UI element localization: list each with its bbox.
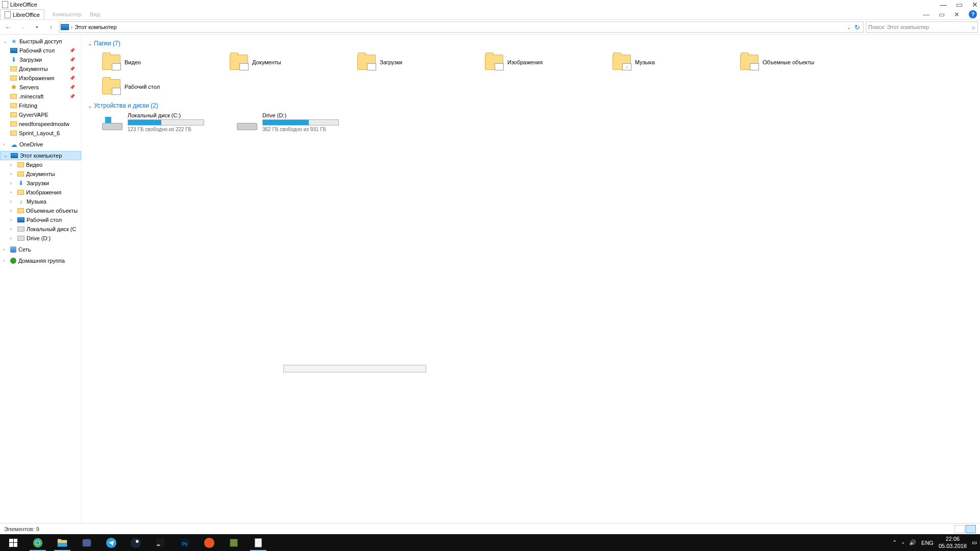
sidebar-onedrive[interactable]: ›☁OneDrive [0,140,81,149]
drives-section-header[interactable]: ⌄ Устройства и диски (2) [88,99,974,112]
explorer-window: LibreOffice Компьютер Вид — ▭ ✕ ? ← → ▾ … [0,9,980,534]
folder-pictures[interactable]: Изображения [485,50,612,74]
view-details-button[interactable] [954,525,965,533]
libreoffice-titlebar: LibreOffice — ▭ ✕ [0,0,980,9]
taskbar-chrome[interactable] [26,534,50,551]
sidebar-item-downloads[interactable]: ⬇Загрузки📌 [0,55,81,64]
sidebar-item[interactable]: ›Видео [0,160,81,169]
sidebar-item[interactable]: ›Локальный диск (C [0,224,81,234]
sidebar-item-desktop[interactable]: Рабочий стол📌 [0,46,81,55]
content-pane[interactable]: ⌄ Папки (7) Видео Документы Загрузки Изо… [82,35,980,523]
sidebar-item[interactable]: ›Изображения [0,188,81,197]
refresh-icon[interactable]: ↻ [854,23,860,31]
recent-dropdown[interactable]: ▾ [31,21,43,33]
sidebar-item-minecraft[interactable]: .minecraft📌 [0,92,81,101]
sidebar-homegroup[interactable]: ›Домашняя группа [0,256,81,265]
folder-videos[interactable]: Видео [102,50,230,74]
document-icon [239,63,249,70]
network-icon [10,246,16,253]
sidebar-item-gyvervape[interactable]: GyverVAPE [0,110,81,119]
download-icon [367,63,376,70]
taskbar-steam[interactable] [124,534,148,551]
sidebar-this-pc[interactable]: ⌄Этот компьютер [0,151,81,160]
start-button[interactable] [1,534,26,551]
sidebar-item-nfs[interactable]: needforspeedmostw [0,119,81,129]
taskbar-discord[interactable] [75,534,99,551]
sidebar-quick-access[interactable]: ⌄ ★ Быстрый доступ [0,37,81,46]
taskbar: Ps ⌃ ▫ 🔊 ENG 22:06 05.03.2018 ▭ [0,534,980,551]
folder-downloads[interactable]: Загрузки [357,50,485,74]
explorer-tab[interactable]: LibreOffice [0,9,44,19]
close-icon[interactable]: ✕ [972,1,978,9]
up-button[interactable]: ↑ [45,21,57,33]
chevron-down-icon[interactable]: ⌄ [847,24,851,30]
folder-icon [10,94,17,99]
address-path[interactable]: › Этот компьютер ⌄ ↻ [59,21,864,33]
svg-point-8 [131,537,141,547]
taskbar-ubuntu[interactable] [197,534,222,551]
server-icon: ✱ [10,84,17,91]
tray-network-icon[interactable]: ▫ [902,540,904,546]
minimize-icon[interactable]: — [940,1,947,9]
drive-d[interactable]: Drive (D:) 362 ГБ свободно из 931 ГБ [237,112,339,132]
sidebar-item-servers[interactable]: ✱Servers📌 [0,83,81,92]
ribbon-menu-ghost: Компьютер Вид [44,11,100,17]
sidebar-network[interactable]: ›Сеть [0,245,81,254]
tray-notifications-icon[interactable]: ▭ [972,539,977,546]
svg-rect-5 [58,543,67,546]
maximize-icon[interactable]: ▭ [956,1,963,9]
folder-icon [10,112,17,117]
svg-rect-11 [157,544,160,545]
tray-clock[interactable]: 22:06 05.03.2018 [939,536,967,549]
folder-documents[interactable]: Документы [230,50,357,74]
svg-text:Ps: Ps [182,541,188,546]
svg-rect-16 [255,538,262,547]
sidebar-item-sprint[interactable]: Sprint_Layout_6 [0,129,81,138]
search-icon: ⌕ [972,24,975,30]
taskbar-minecraft[interactable] [222,534,246,551]
help-icon[interactable]: ? [969,10,977,18]
taskbar-photoshop[interactable]: Ps [173,534,197,551]
music-icon: ♪ [622,63,631,70]
folders-section-header[interactable]: ⌄ Папки (7) [88,37,974,50]
sidebar-item[interactable]: ›Объемные объекты [0,206,81,215]
folder-desktop[interactable]: Рабочий стол [102,74,230,99]
drive-c[interactable]: Локальный диск (C:) 123 ГБ свободно из 2… [102,112,204,132]
taskbar-telegram[interactable] [99,534,124,551]
sidebar-item-fritzing[interactable]: Fritzing [0,101,81,110]
sidebar-item[interactable]: ›Документы [0,169,81,179]
sidebar-item-pictures[interactable]: Изображения📌 [0,73,81,83]
sidebar-item[interactable]: ›⬇Загрузки [0,179,81,188]
system-tray: ⌃ ▫ 🔊 ENG 22:06 05.03.2018 ▭ [892,536,980,549]
sidebar-item[interactable]: ›♪Музыка [0,197,81,206]
this-pc-icon [61,24,69,30]
picture-icon [495,63,504,70]
drive-icon [17,227,24,232]
explorer-tab-title: LibreOffice [13,12,40,18]
minimize-icon[interactable]: — [923,11,929,18]
close-icon[interactable]: ✕ [954,11,960,18]
sidebar-item-documents[interactable]: Документы📌 [0,64,81,73]
download-icon: ⬇ [10,56,17,63]
tray-expand-icon[interactable]: ⌃ [892,539,897,546]
folder-music[interactable]: ♪Музыка [612,50,740,74]
taskbar-explorer[interactable] [50,534,75,551]
pin-icon: 📌 [69,57,75,62]
forward-button[interactable]: → [16,21,29,33]
taskbar-libreoffice[interactable] [246,534,271,551]
tray-volume-icon[interactable]: 🔊 [909,539,916,546]
search-input[interactable]: Поиск: Этот компьютер ⌕ [866,21,978,33]
address-bar: ← → ▾ ↑ › Этот компьютер ⌄ ↻ Поиск: Этот… [0,19,980,35]
sidebar-item[interactable]: ›Рабочий стол [0,215,81,224]
sidebar-item[interactable]: ›Drive (D:) [0,234,81,243]
taskbar-pycharm[interactable] [148,534,173,551]
navigation-pane: ⌄ ★ Быстрый доступ Рабочий стол📌 ⬇Загруз… [0,35,82,523]
tray-language[interactable]: ENG [921,540,934,546]
folder-3dobjects[interactable]: Объемные объекты [740,50,868,74]
maximize-icon[interactable]: ▭ [939,11,945,18]
drive-icon [237,115,257,130]
back-button[interactable]: ← [2,21,14,33]
view-tiles-button[interactable] [966,525,976,533]
star-icon: ★ [10,38,17,45]
drive-usage-bar [128,119,204,126]
